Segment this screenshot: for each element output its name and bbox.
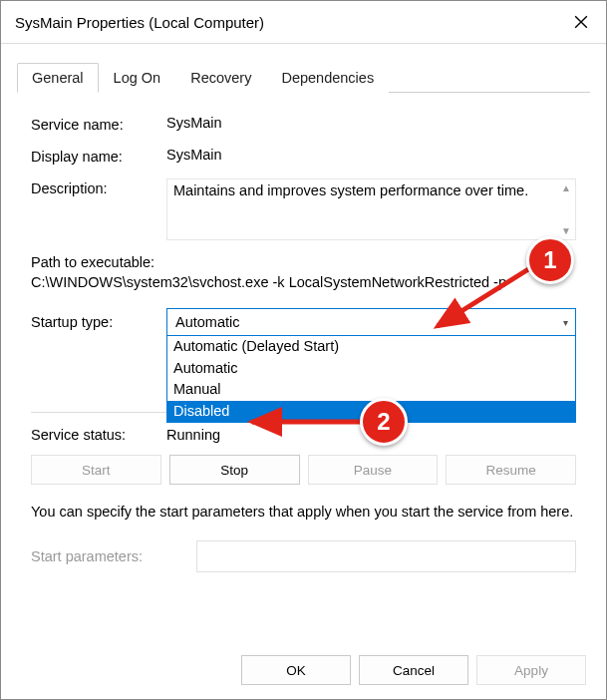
start-params-hint: You can specify the start parameters tha… <box>31 503 576 523</box>
scroll-up-icon[interactable]: ▲ <box>559 181 573 195</box>
description-text: Maintains and improves system performanc… <box>173 182 528 198</box>
description-box[interactable]: Maintains and improves system performanc… <box>166 178 576 240</box>
startup-option-automatic[interactable]: Automatic <box>167 358 575 380</box>
startup-option-manual[interactable]: Manual <box>167 379 575 401</box>
titlebar: SysMain Properties (Local Computer) <box>1 1 606 44</box>
label-description: Description: <box>31 178 166 196</box>
cancel-button[interactable]: Cancel <box>359 655 468 685</box>
annotation-arrow-2 <box>246 412 376 432</box>
properties-dialog: SysMain Properties (Local Computer) Gene… <box>0 0 607 700</box>
start-button: Start <box>31 455 161 485</box>
close-button[interactable] <box>558 5 604 39</box>
ok-button[interactable]: OK <box>241 655 351 685</box>
value-service-status: Running <box>166 427 220 443</box>
label-start-parameters: Start parameters: <box>31 548 196 564</box>
tab-log-on[interactable]: Log On <box>99 63 176 93</box>
svg-line-0 <box>438 266 533 326</box>
tab-recovery[interactable]: Recovery <box>175 63 266 93</box>
dialog-button-row: OK Cancel Apply <box>241 655 586 685</box>
pause-button: Pause <box>308 455 439 485</box>
tab-strip: General Log On Recovery Dependencies <box>17 62 590 93</box>
value-display-name: SysMain <box>166 147 222 163</box>
stop-button[interactable]: Stop <box>169 455 300 485</box>
description-scrollbar[interactable]: ▲ ▼ <box>559 181 573 237</box>
label-display-name: Display name: <box>31 147 166 165</box>
start-parameters-input <box>196 540 576 572</box>
tab-general[interactable]: General <box>17 63 99 93</box>
value-service-name: SysMain <box>166 115 222 131</box>
scroll-down-icon[interactable]: ▼ <box>559 224 573 238</box>
window-title: SysMain Properties (Local Computer) <box>15 14 264 31</box>
label-service-status: Service status: <box>31 427 166 443</box>
annotation-callout-1: 1 <box>526 236 574 284</box>
tab-dependencies[interactable]: Dependencies <box>266 63 389 93</box>
close-icon <box>574 15 588 29</box>
resume-button: Resume <box>446 455 576 485</box>
tab-body-general: Service name: SysMain Display name: SysM… <box>1 93 606 600</box>
annotation-callout-2: 2 <box>360 398 408 446</box>
apply-button: Apply <box>476 655 586 685</box>
label-service-name: Service name: <box>31 115 166 133</box>
label-startup-type: Startup type: <box>31 314 166 330</box>
startup-type-selected: Automatic <box>175 314 239 330</box>
chevron-down-icon: ▾ <box>563 317 568 328</box>
